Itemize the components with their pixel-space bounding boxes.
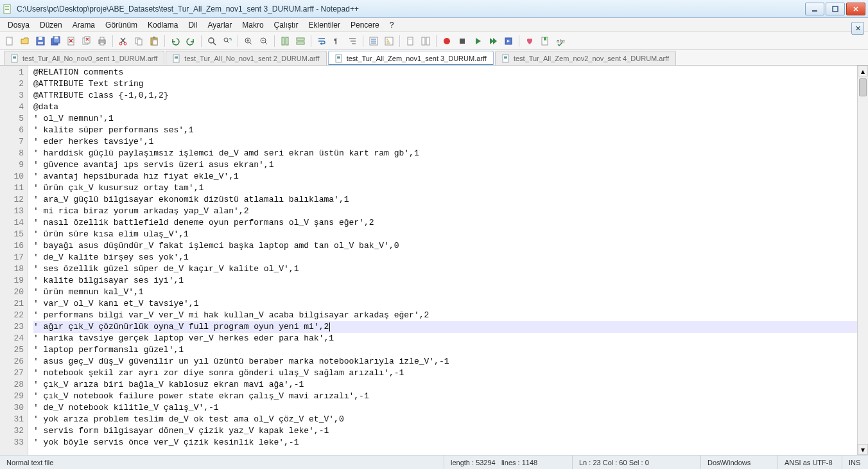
code-line[interactable]: ' de_V notebook kilitle_V çalış_V',-1 (33, 402, 857, 414)
scroll-up-icon[interactable]: ▴ (858, 66, 868, 76)
paste-icon[interactable] (147, 34, 161, 48)
zoom-out-icon[interactable] (257, 34, 271, 48)
tab-3[interactable]: test_Tur_All_Zem_nov2_nov_sent 4_DURUM.a… (495, 51, 676, 65)
menu-ayarlar[interactable]: Ayarlar (202, 19, 237, 31)
code-line[interactable]: ' güvence avantaj ıps servis üzeri asus … (33, 159, 857, 171)
code-line[interactable]: ' notebook şekil zar ayrı zor diye sonra… (33, 367, 857, 379)
svg-rect-48 (13, 57, 16, 58)
save-macro-icon[interactable] (501, 34, 516, 48)
svg-rect-49 (13, 58, 16, 59)
code-area[interactable]: @RELATION comments@ATTRIBUTE Text string… (28, 66, 857, 455)
save-icon[interactable] (33, 34, 48, 48)
menu-dil[interactable]: Dil (183, 19, 202, 31)
indent-guide-icon[interactable] (345, 34, 360, 48)
open-file-icon[interactable] (18, 34, 32, 48)
code-line[interactable]: ' ürün süre kısa elim ulaş_V',1 (33, 229, 857, 240)
copy-icon[interactable] (132, 34, 146, 48)
code-line[interactable]: ' harika tavsiye gerçek laptop ver_V her… (33, 333, 857, 344)
save-all-icon[interactable] (49, 34, 63, 48)
close-all-icon[interactable] (80, 34, 94, 48)
code-line[interactable]: ' ara_V güçlü bilgisayar ekonomik dizüst… (33, 194, 857, 206)
code-line[interactable]: ' var_V ol_V kanı et_V tavsiye',1 (33, 298, 857, 310)
code-line[interactable]: @ATTRIBUTE Text string (33, 78, 857, 90)
code-line[interactable]: ' harddisk güçlü paylaşımsız işlemci de_… (33, 148, 857, 159)
replace-icon[interactable] (220, 34, 234, 48)
heart-icon[interactable] (523, 34, 537, 48)
doc-map-icon[interactable] (403, 34, 417, 48)
code-line[interactable]: ' ürün çık_V kusursuz ortay tam',1 (33, 182, 857, 194)
minimize-button[interactable] (805, 3, 824, 15)
menu-çalıştır[interactable]: Çalıştır (269, 19, 304, 31)
editor: 1234567891011121314151617181920212223242… (0, 66, 868, 455)
code-line[interactable]: ' asus geç_V düş_V güvenilir un yıl üzün… (33, 356, 857, 367)
record-macro-icon[interactable] (440, 34, 454, 48)
maximize-button[interactable] (826, 3, 845, 15)
menu-arama[interactable]: Arama (67, 19, 100, 31)
code-line[interactable]: ' yok böyle servis önce ver_V çizik kesi… (33, 437, 857, 448)
code-line[interactable]: ' laptop performanslı güzel',1 (33, 344, 857, 356)
menubar-close-button[interactable]: ✕ (851, 22, 864, 35)
function-list-icon[interactable] (367, 34, 381, 48)
menu-makro[interactable]: Makro (237, 19, 268, 31)
tab-2[interactable]: test_Tur_All_Zem_nov1_sent 3_DURUM.arff (328, 51, 494, 65)
code-line[interactable]: @data (33, 102, 857, 113)
svg-rect-47 (13, 56, 16, 57)
menu-pencere[interactable]: Pencere (345, 19, 385, 31)
code-line[interactable]: ' ses özellik güzel süper de_V kaçır_V k… (33, 263, 857, 275)
bookmark-icon[interactable] (538, 34, 552, 48)
code-line[interactable]: ' bayağı asus düşündür_V fakat işlemci b… (33, 240, 857, 252)
cut-icon[interactable] (116, 34, 130, 48)
sync-vertical-icon[interactable] (278, 34, 292, 48)
scroll-down-icon[interactable]: ▾ (858, 444, 868, 455)
redo-icon[interactable] (184, 34, 198, 48)
menu-düzen[interactable]: Düzen (35, 19, 67, 31)
code-line[interactable]: ' servis form bilgisayar dönen_V çizik y… (33, 425, 857, 437)
svg-rect-3 (5, 9, 9, 10)
status-mode: INS (842, 456, 868, 469)
folder-tree-icon[interactable] (382, 34, 396, 48)
close-button[interactable] (846, 3, 865, 15)
play-macro-icon[interactable] (471, 34, 485, 48)
code-line[interactable]: ' eder herkes tavsiye',1 (33, 136, 857, 148)
show-all-chars-icon[interactable]: ¶ (330, 34, 344, 48)
tab-1[interactable]: test_Tur_All_No_nov1_sent 2_DURUM.arff (166, 51, 326, 65)
code-line[interactable]: ' mi rica biraz yorum arkadaş yap_V alan… (33, 206, 857, 217)
code-line[interactable]: ' ağır çık_V çözünürlük oyna_V full prog… (33, 321, 857, 333)
vertical-scrollbar[interactable]: ▴ ▾ (857, 66, 868, 455)
scroll-thumb[interactable] (859, 78, 867, 96)
play-multi-icon[interactable] (486, 34, 500, 48)
spellcheck-icon[interactable]: abc (553, 34, 568, 48)
undo-icon[interactable] (168, 34, 182, 48)
code-line[interactable]: ' çık_V arıza biri bağla_V kablosuz ekra… (33, 379, 857, 391)
tab-0[interactable]: test_Tur_All_No_nov0_sent 1_DURUM.arff (4, 51, 164, 65)
svg-rect-4 (812, 10, 817, 12)
code-line[interactable]: @ATTRIBUTE class {-1,0,1,2} (33, 90, 857, 102)
code-line[interactable]: ' performans bilgi var_V ver_V mi hak ku… (33, 310, 857, 321)
code-line[interactable]: ' avantaj hepsiburada hız fiyat ekle_V',… (33, 171, 857, 182)
code-line[interactable]: ' yok arıza problem teslim de_V ok test … (33, 414, 857, 425)
find-icon[interactable] (205, 34, 219, 48)
code-line[interactable]: ' kalite bilgisayar ses iyi',1 (33, 275, 857, 287)
menu-görünüm[interactable]: Görünüm (100, 19, 143, 31)
word-wrap-icon[interactable] (315, 34, 329, 48)
new-file-icon[interactable] (3, 34, 17, 48)
code-line[interactable]: ' kalite süper performans ses',1 (33, 125, 857, 136)
menu-eklentiler[interactable]: Eklentiler (304, 19, 345, 31)
code-line[interactable]: ' çık_V notebook failure power state ekr… (33, 391, 857, 402)
print-icon[interactable] (95, 34, 109, 48)
sync-horizontal-icon[interactable] (293, 34, 308, 48)
code-line[interactable]: @RELATION comments (33, 67, 857, 78)
code-line[interactable]: ' de_V kalite birşey ses yok',1 (33, 252, 857, 263)
menu-?[interactable]: ? (385, 19, 399, 31)
menu-dosya[interactable]: Dosya (3, 19, 35, 31)
close-file-icon[interactable] (64, 34, 78, 48)
zoom-in-icon[interactable] (241, 34, 256, 48)
doc-switcher-icon[interactable] (419, 34, 433, 48)
svg-rect-1 (5, 6, 9, 7)
menu-kodlama[interactable]: Kodlama (143, 19, 183, 31)
code-line[interactable]: ' nasıl özellik battlefield deneme oyun … (33, 217, 857, 229)
code-line[interactable]: ' ürün memnun kal_V',1 (33, 287, 857, 298)
stop-macro-icon[interactable] (455, 34, 469, 48)
status-encoding: ANSI as UTF-8 (778, 456, 842, 469)
code-line[interactable]: ' ol_V memnun',1 (33, 113, 857, 125)
